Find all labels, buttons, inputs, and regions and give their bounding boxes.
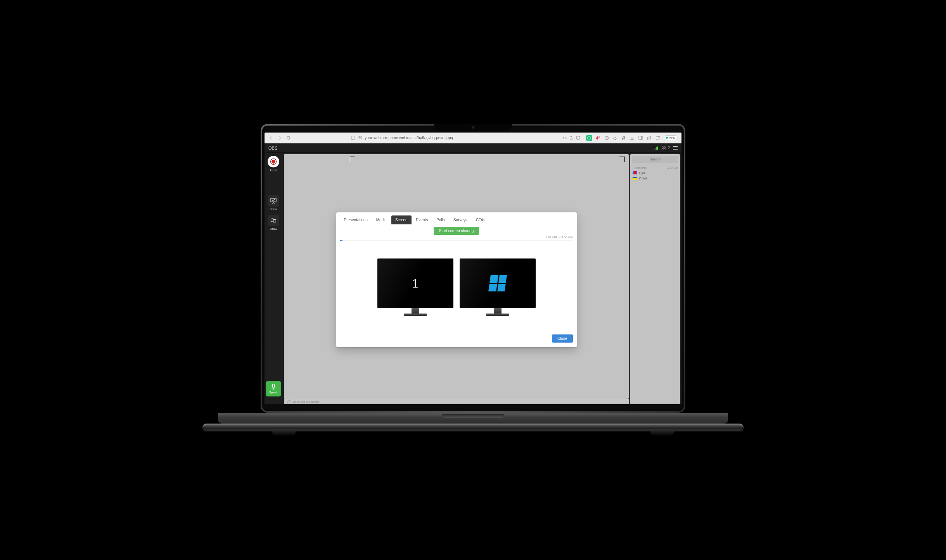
- menu-button[interactable]: [673, 146, 678, 150]
- svg-rect-9: [639, 136, 643, 139]
- bookmark-icon[interactable]: [351, 136, 355, 140]
- reload-button[interactable]: [285, 136, 291, 140]
- svg-point-2: [361, 138, 361, 139]
- storage-usage-text: 1.88 MB of 3.00 GB: [545, 236, 572, 239]
- svg-point-8: [606, 138, 606, 139]
- speak-button[interactable]: Speak: [266, 381, 281, 396]
- copy-icon[interactable]: [647, 135, 652, 141]
- laptop-notch: [434, 124, 512, 131]
- extension-cookie-icon[interactable]: [604, 135, 609, 141]
- address-bar[interactable]: your-webinar-name.webinar.st/bpfk-gvhq-p…: [294, 136, 583, 140]
- svg-rect-17: [273, 219, 276, 222]
- svg-point-0: [360, 136, 361, 137]
- share-modal: Presentations Media Screen Events Polls …: [336, 212, 577, 347]
- tab-presentations[interactable]: Presentations: [340, 215, 372, 224]
- attendee-row[interactable]: Илья: [630, 176, 680, 181]
- left-rail: REC Show: [265, 153, 282, 404]
- tab-polls[interactable]: Polls: [432, 215, 449, 224]
- download-icon[interactable]: [630, 135, 635, 141]
- svg-point-5: [605, 136, 608, 140]
- attendee-name: Илья: [639, 176, 647, 180]
- svg-text:文A: 文A: [562, 136, 567, 139]
- extensions-puzzle-icon[interactable]: [612, 135, 618, 141]
- shapes-icon: [268, 215, 279, 226]
- flag-icon: [633, 171, 637, 174]
- url-text: your-webinar-name.webinar.st/bpfk-gvhq-p…: [365, 136, 453, 140]
- svg-point-7: [607, 138, 607, 138]
- app-header: OBS 2: [265, 143, 681, 153]
- windows-logo-icon: [488, 275, 507, 291]
- signal-bars-icon: [654, 146, 658, 150]
- draw-button[interactable]: Draw: [266, 215, 280, 231]
- shield-icon[interactable]: [576, 136, 581, 140]
- svg-point-16: [271, 219, 274, 222]
- svg-rect-11: [648, 136, 650, 138]
- laptop-hinge: [218, 413, 728, 424]
- tab-surveys[interactable]: Surveys: [450, 215, 471, 224]
- link-disabled-icon: [287, 399, 291, 404]
- attendees-count: 2 of 30: [668, 166, 678, 169]
- crop-mark-icon: [350, 157, 355, 162]
- music-note-icon[interactable]: [621, 135, 626, 141]
- modal-tabs: Presentations Media Screen Events Polls …: [336, 212, 577, 224]
- tab-ctas[interactable]: CTAs: [472, 215, 489, 224]
- svg-point-13: [662, 146, 664, 148]
- laptop-base: [202, 424, 744, 432]
- browser-actions: 4°: [586, 135, 678, 141]
- site-settings-icon[interactable]: [358, 136, 362, 140]
- presentation-stage: Presentations Media Screen Events Polls …: [284, 154, 629, 399]
- weather-badge[interactable]: 4°: [595, 135, 601, 141]
- presentation-icon: [268, 195, 279, 207]
- attendees-label: Attendees: [633, 166, 647, 169]
- attendee-name: Illya: [639, 171, 645, 175]
- show-button[interactable]: Show: [266, 195, 280, 211]
- storage-bar: [340, 240, 573, 241]
- close-button[interactable]: Close: [552, 334, 573, 343]
- tab-media[interactable]: Media: [372, 215, 391, 224]
- sidebar-toggle-icon[interactable]: [638, 135, 643, 141]
- tab-screen[interactable]: Screen: [391, 215, 412, 224]
- attendee-count[interactable]: 2: [661, 146, 670, 150]
- translate-icon[interactable]: 文A: [562, 136, 567, 140]
- webcam-icon: [472, 126, 474, 129]
- attendees-panel: Search Attendees 2 of 30 Illya: [630, 154, 680, 404]
- attendee-row[interactable]: Illya: [630, 170, 680, 176]
- monitor-1-label: 1: [412, 276, 419, 291]
- new-tab-icon[interactable]: [655, 135, 661, 141]
- svg-rect-18: [273, 384, 275, 387]
- monitor-option-2[interactable]: [460, 258, 536, 316]
- webinar-app: OBS 2: [265, 143, 681, 404]
- record-dot-icon: [272, 160, 275, 164]
- vpn-badge[interactable]: VPN: [664, 135, 678, 140]
- share-icon[interactable]: [569, 136, 574, 140]
- nav-forward-button[interactable]: [277, 136, 282, 140]
- flag-icon: [633, 177, 637, 180]
- status-text: Links are prohibited: [292, 400, 320, 403]
- extension-green-icon[interactable]: [586, 135, 592, 141]
- svg-point-1: [359, 137, 360, 138]
- crop-mark-icon: [619, 157, 625, 162]
- laptop-feet: [272, 431, 674, 436]
- browser-toolbar: your-webinar-name.webinar.st/bpfk-gvhq-p…: [265, 133, 681, 143]
- screen: your-webinar-name.webinar.st/bpfk-gvhq-p…: [265, 133, 681, 404]
- tab-events[interactable]: Events: [412, 215, 432, 224]
- chevron-down-icon[interactable]: [674, 176, 678, 180]
- svg-point-14: [664, 146, 666, 148]
- app-title: OBS: [268, 146, 277, 150]
- monitor-option-1[interactable]: 1: [377, 258, 453, 316]
- svg-rect-4: [588, 137, 591, 139]
- search-input[interactable]: Search: [632, 156, 678, 163]
- microphone-icon: [271, 384, 276, 390]
- storage-bar-fill: [340, 240, 342, 241]
- record-button[interactable]: REC: [266, 156, 280, 172]
- nav-back-button[interactable]: [268, 136, 274, 140]
- start-screen-sharing-button[interactable]: Start screen sharing: [434, 227, 479, 235]
- status-bar: Links are prohibited: [284, 399, 629, 404]
- svg-point-6: [606, 137, 606, 138]
- laptop-frame: your-webinar-name.webinar.st/bpfk-gvhq-p…: [261, 124, 685, 436]
